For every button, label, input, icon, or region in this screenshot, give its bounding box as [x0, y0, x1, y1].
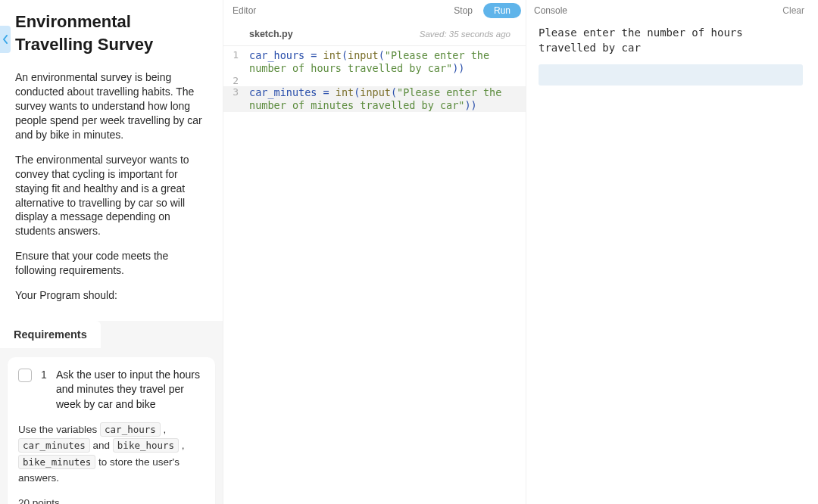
token-op: =: [304, 49, 323, 61]
clear-button[interactable]: Clear: [778, 4, 809, 17]
console-toolbar: Console Clear: [529, 0, 809, 21]
requirements-list: 1 Ask the user to input the hours and mi…: [0, 348, 223, 504]
saved-status: Saved: 35 seconds ago: [420, 30, 510, 39]
requirement-number: 1: [41, 369, 47, 381]
chevron-left-icon: [2, 35, 8, 44]
instructions-para-1: An environmental survey is being conduct…: [15, 70, 206, 142]
line-number: 1: [223, 49, 245, 61]
token-paren: )): [452, 62, 464, 74]
code-chip-bike-hours: bike_hours: [113, 438, 179, 453]
token-op: =: [317, 86, 335, 98]
tab-requirements[interactable]: Requirements: [0, 321, 101, 348]
requirement-card-1: 1 Ask the user to input the hours and mi…: [8, 357, 215, 504]
console-label: Console: [529, 4, 572, 17]
token-builtin: int: [336, 86, 354, 98]
instructions-panel: Environmental Travelling Survey An envir…: [0, 0, 223, 504]
token-paren: (: [342, 49, 348, 61]
code-line-1[interactable]: 1 car_hours = int(input("Please enter th…: [223, 49, 526, 75]
requirement-text: Ask the user to input the hours and minu…: [56, 368, 204, 412]
run-button[interactable]: Run: [483, 3, 521, 18]
file-bar: sketch.py Saved: 35 seconds ago: [223, 21, 526, 46]
token-var: car_minutes: [249, 86, 317, 98]
console-output: Please enter the number of hours travell…: [529, 21, 809, 63]
requirement-description: Use the variables car_hours , car_minute…: [18, 422, 204, 487]
token-builtin: int: [323, 49, 342, 61]
instructions-para-4: Your Program should:: [15, 288, 206, 303]
instructions-para-2: The environmental surveyor wants to conv…: [15, 153, 206, 238]
token-builtin: input: [360, 86, 391, 98]
line-number: 2: [223, 75, 245, 86]
line-number: 3: [223, 86, 245, 98]
instructions-para-3: Ensure that your code meets the followin…: [15, 249, 206, 278]
console-panel: Console Clear Please enter the number of…: [526, 0, 818, 504]
code-chip-car-minutes: car_minutes: [18, 438, 90, 453]
editor-panel: Editor Stop Run sketch.py Saved: 35 seco…: [223, 0, 526, 504]
token-paren: )): [464, 99, 476, 111]
text: ,: [179, 440, 185, 451]
token-paren: (: [379, 49, 385, 61]
code-chip-car-hours: car_hours: [100, 422, 161, 437]
editor-toolbar: Editor Stop Run: [223, 0, 526, 21]
code-editor[interactable]: 1 car_hours = int(input("Please enter th…: [223, 46, 526, 504]
text: ,: [161, 424, 167, 435]
stop-button[interactable]: Stop: [449, 4, 477, 17]
filename-label: sketch.py: [249, 29, 293, 39]
requirement-checkbox-1[interactable]: [18, 369, 32, 382]
console-input[interactable]: [539, 64, 803, 86]
code-chip-bike-minutes: bike_minutes: [18, 455, 95, 469]
requirement-points: 20 points: [18, 497, 204, 504]
token-builtin: input: [348, 49, 379, 61]
collapse-sidebar-button[interactable]: [0, 26, 11, 53]
code-line-2[interactable]: 2: [223, 75, 526, 86]
token-var: car_hours: [249, 49, 304, 61]
editor-label: Editor: [228, 4, 261, 17]
page-title: Environmental Travelling Survey: [15, 11, 206, 55]
token-paren: (: [391, 86, 397, 98]
text: Use the variables: [18, 424, 100, 435]
code-line-3[interactable]: 3 car_minutes = int(input("Please enter …: [223, 86, 526, 112]
text: and: [90, 440, 113, 451]
